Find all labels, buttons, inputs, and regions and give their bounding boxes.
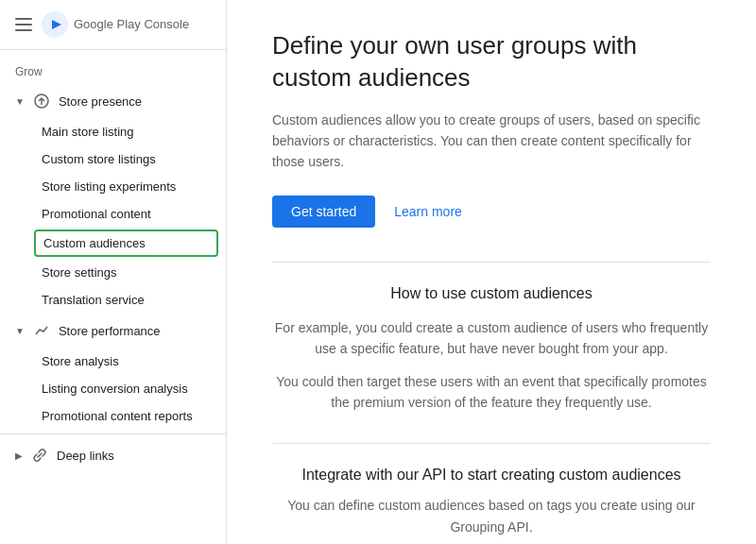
grow-section: Grow ▼ Store presence Main store listing… xyxy=(0,50,226,472)
sidebar-item-custom-audiences[interactable]: Custom audiences xyxy=(34,230,218,257)
deep-links-label: Deep links xyxy=(57,449,114,463)
hamburger-menu-button[interactable] xyxy=(15,18,32,31)
sidebar-item-store-settings[interactable]: Store settings xyxy=(0,259,226,286)
sidebar-item-custom-store-listings[interactable]: Custom store listings xyxy=(0,145,226,173)
section-divider-1 xyxy=(272,262,711,263)
sidebar-divider xyxy=(0,434,226,434)
sidebar-item-store-presence[interactable]: ▼ Store presence xyxy=(0,84,226,118)
learn-more-button[interactable]: Learn more xyxy=(390,196,466,228)
cta-row: Get started Learn more xyxy=(272,196,711,228)
sidebar-item-store-performance[interactable]: ▼ Store performance xyxy=(0,314,226,348)
how-to-text-1: For example, you could create a custom a… xyxy=(272,317,711,360)
store-performance-label: Store performance xyxy=(59,324,161,338)
chevron-right-icon-links: ▶ xyxy=(15,450,23,461)
integrate-section: Integrate with our API to start creating… xyxy=(272,467,711,544)
how-to-text-2: You could then target these users with a… xyxy=(272,371,711,414)
section-grow-label: Grow xyxy=(0,50,226,84)
store-presence-label: Store presence xyxy=(59,94,142,109)
page-title: Define your own user groups with custom … xyxy=(272,30,711,94)
main-content: Define your own user groups with custom … xyxy=(227,0,756,544)
get-started-button[interactable]: Get started xyxy=(272,196,375,228)
app-logo: Google Play Console xyxy=(42,11,189,38)
chevron-down-icon-perf: ▼ xyxy=(15,326,25,336)
chevron-down-icon: ▼ xyxy=(15,96,25,107)
store-presence-icon xyxy=(32,92,51,110)
sidebar-item-listing-conversion-analysis[interactable]: Listing conversion analysis xyxy=(0,375,226,402)
sidebar-item-promotional-content[interactable]: Promotional content xyxy=(0,200,226,228)
sidebar-item-translation-service[interactable]: Translation service xyxy=(0,286,226,314)
how-to-section: How to use custom audiences For example,… xyxy=(272,285,711,414)
store-performance-icon xyxy=(32,321,51,340)
app-title: Google Play Console xyxy=(74,17,189,32)
sidebar-item-main-store-listing[interactable]: Main store listing xyxy=(0,118,226,145)
sidebar: Google Play Console Grow ▼ Store presenc… xyxy=(0,0,227,544)
page-description: Custom audiences allow you to create gro… xyxy=(272,110,711,173)
deep-links-icon xyxy=(30,446,49,465)
section-divider-2 xyxy=(272,443,711,444)
how-to-title: How to use custom audiences xyxy=(272,285,711,302)
sidebar-item-store-listing-experiments[interactable]: Store listing experiments xyxy=(0,173,226,200)
sidebar-item-promotional-content-reports[interactable]: Promotional content reports xyxy=(0,402,226,430)
integrate-text: You can define custom audiences based on… xyxy=(272,495,711,537)
integrate-title: Integrate with our API to start creating… xyxy=(272,467,711,484)
play-logo-icon xyxy=(42,11,68,38)
sidebar-item-store-analysis[interactable]: Store analysis xyxy=(0,348,226,375)
sidebar-header: Google Play Console xyxy=(0,0,226,50)
sidebar-item-deep-links[interactable]: ▶ Deep links xyxy=(0,438,226,472)
